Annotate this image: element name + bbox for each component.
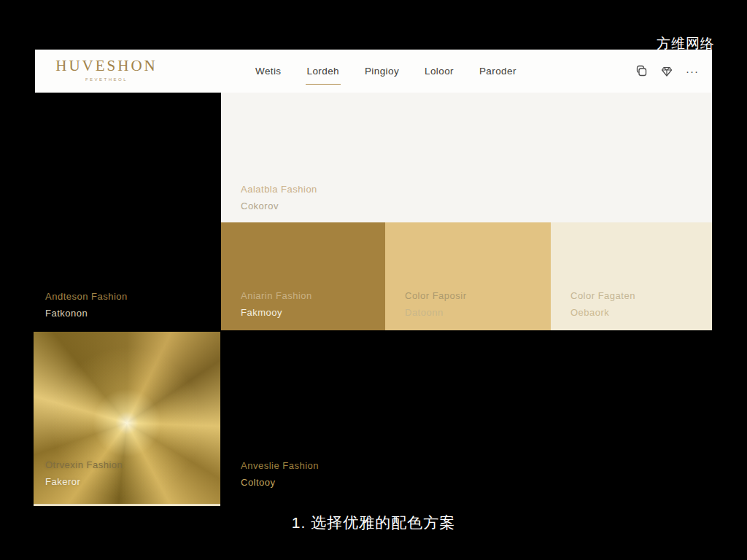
brand-logo-title: HUVESHON: [48, 57, 165, 75]
swatch-subtitle: Oebaork: [570, 307, 635, 318]
main-nav: Wetis Lordeh Pingioy Loloor Paroder: [254, 50, 518, 93]
gem-icon[interactable]: [660, 65, 673, 78]
swatch-label: Color Fagaten Oebaork: [570, 290, 635, 318]
left-column-title: Andteson Fashion: [45, 291, 128, 302]
bottom-black-title: Anveslie Fashion: [241, 460, 319, 471]
swatch-subtitle: Fakmooy: [241, 307, 312, 318]
copy-icon[interactable]: [635, 65, 648, 78]
swatch-title: Color Fagaten: [570, 290, 635, 301]
hero-label: Aalatbla Fashion Cokorov: [241, 184, 317, 211]
swatch-title: Color Faposir: [405, 290, 467, 301]
metallic-gold-gradient-swatch[interactable]: Otrvexin Fashion Fakeror: [34, 332, 220, 506]
swatch-label: Color Faposir Datoonn: [405, 290, 467, 318]
slide-caption: 1. 选择优雅的配色方案: [0, 513, 747, 533]
nav-item-2-active[interactable]: Lordeh: [306, 63, 341, 79]
site-header: HUVESHON FEVETHEOL Wetis Lordeh Pingioy …: [35, 50, 712, 93]
hero-subtitle: Cokorov: [241, 201, 317, 211]
color-swatch-dark-gold[interactable]: Aniarin Fashion Fakmooy: [221, 222, 385, 330]
swatch-title: Aniarin Fashion: [241, 290, 312, 301]
color-swatch-cream[interactable]: Color Fagaten Oebaork: [551, 222, 712, 330]
brand-logo-tagline: FEVETHEOL: [48, 77, 165, 82]
nav-item-5[interactable]: Paroder: [478, 63, 518, 79]
gradient-label: Otrvexin Fashion Fakeror: [45, 459, 123, 487]
header-icon-group: ···: [635, 50, 699, 93]
left-column-subtitle: Fatkonon: [45, 308, 128, 319]
brand-logo[interactable]: HUVESHON FEVETHEOL: [48, 57, 165, 82]
nav-item-3[interactable]: Pingioy: [363, 63, 400, 79]
bottom-black-label: Anveslie Fashion Coltooy: [241, 460, 319, 488]
gradient-subtitle: Fakeror: [45, 476, 123, 487]
bottom-black-subtitle: Coltooy: [241, 477, 319, 488]
more-icon[interactable]: ···: [686, 65, 699, 77]
nav-item-1[interactable]: Wetis: [254, 63, 283, 79]
swatch-label: Aniarin Fashion Fakmooy: [241, 290, 312, 318]
hero-title: Aalatbla Fashion: [241, 184, 317, 195]
hero-panel: Aalatbla Fashion Cokorov: [221, 93, 712, 222]
gradient-title: Otrvexin Fashion: [45, 459, 123, 470]
nav-item-4[interactable]: Loloor: [423, 63, 455, 79]
left-column-label: Andteson Fashion Fatkonon: [45, 291, 128, 319]
slide-stage: 方维网络 HUVESHON FEVETHEOL Wetis Lordeh Pin…: [0, 0, 747, 560]
swatch-subtitle: Datoonn: [405, 307, 467, 318]
color-swatch-light-gold[interactable]: Color Faposir Datoonn: [385, 222, 551, 330]
